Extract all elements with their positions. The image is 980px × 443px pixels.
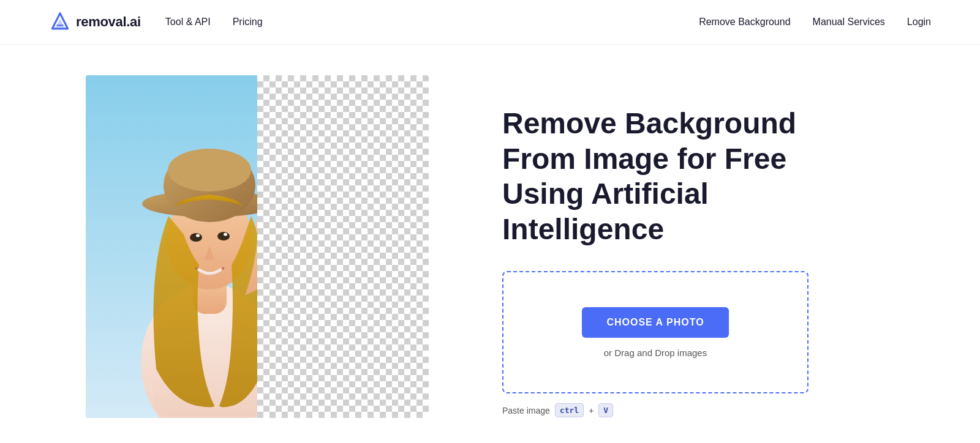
key-ctrl: ctrl xyxy=(555,403,584,417)
nav-manual-services[interactable]: Manual Services xyxy=(813,17,885,28)
svg-point-11 xyxy=(196,234,200,237)
key-v: V xyxy=(598,403,613,417)
upload-dropzone[interactable]: CHOOSE A PHOTO or Drag and Drop images xyxy=(502,271,809,393)
svg-point-9 xyxy=(190,233,202,242)
hero-photo-right-checkered xyxy=(257,75,429,418)
paste-hint: Paste image ctrl + V xyxy=(502,403,931,417)
nav-remove-background[interactable]: Remove Background xyxy=(699,17,790,28)
choose-photo-button[interactable]: CHOOSE A PHOTO xyxy=(582,307,728,338)
hero-right-section: Remove Background From Image for Free Us… xyxy=(429,69,931,417)
svg-point-8 xyxy=(168,149,251,192)
logo[interactable]: removal.ai xyxy=(49,11,141,33)
nav-login[interactable]: Login xyxy=(907,17,931,28)
hero-photo-left xyxy=(86,75,257,418)
hero-title: Remove Background From Image for Free Us… xyxy=(502,106,821,247)
nav-pricing[interactable]: Pricing xyxy=(233,17,263,28)
woman-svg xyxy=(86,75,257,418)
hero-image-area xyxy=(86,75,429,418)
drag-drop-text: or Drag and Drop images xyxy=(604,348,707,358)
plus-icon: + xyxy=(589,406,594,415)
svg-point-12 xyxy=(224,233,227,236)
paste-label: Paste image xyxy=(502,406,550,415)
svg-point-10 xyxy=(217,232,230,240)
logo-text: removal.ai xyxy=(76,14,141,30)
logo-icon xyxy=(49,11,71,33)
nav-tool-api[interactable]: Tool & API xyxy=(165,17,211,28)
